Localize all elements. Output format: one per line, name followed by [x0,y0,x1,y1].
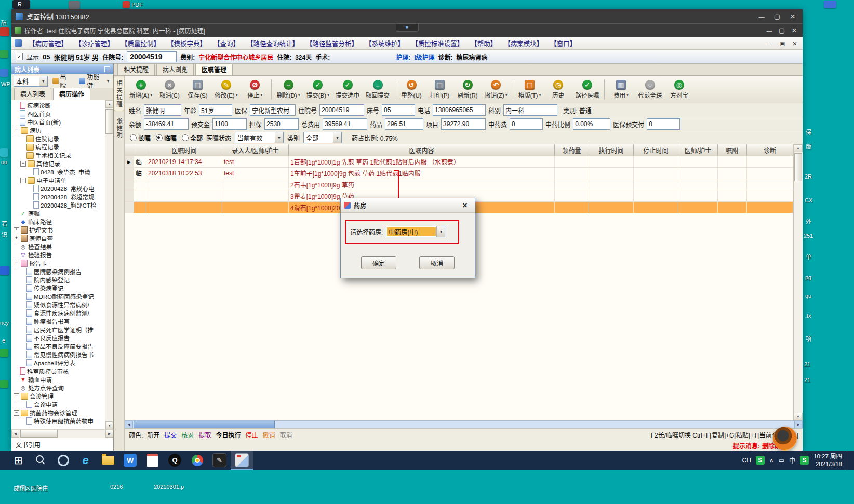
tree-item[interactable]: 疾病诊断 [11,101,105,110]
tree-item[interactable]: 中医首页(新) [11,118,105,126]
grid-horizontal-scrollbar[interactable] [125,420,803,428]
department-select[interactable]: 本科 [14,76,48,87]
tree-item[interactable]: ◎检查结果 [11,242,105,251]
dropdown-arrow-icon[interactable] [333,132,341,143]
grid-column-header[interactable]: 执行时间 [589,144,634,156]
related-reminder-vertical-tab[interactable]: 相关提醒 [114,77,124,111]
desktop-icon-label[interactable]: CX [805,197,812,203]
tree-horizontal-scrollbar[interactable] [11,429,113,438]
dropdown-arrow-icon[interactable]: ▾ [298,92,300,97]
tree-item[interactable]: ◎处方点评查询 [11,384,105,392]
desktop-icon[interactable] [0,349,8,357]
menu-item[interactable]: 【诊疗管理】 [71,38,117,48]
grid-column-header[interactable]: 嘱附 [718,144,747,156]
grid-column-header[interactable]: 领药量 [555,144,589,156]
field-input[interactable]: 20004519 [319,104,364,116]
desktop-icon-label[interactable]: .tx [805,312,811,319]
tree-item[interactable]: 科室质控员审核 [11,367,105,375]
radio-option[interactable]: 临嘱 [156,133,177,142]
tree-item[interactable]: 手术相关记录 [11,151,105,159]
show-desktop-button[interactable] [847,451,850,470]
toolbar-button[interactable]: ▤模版(T)▾ [516,79,544,100]
field-input[interactable]: 宁化新型农村 [250,104,296,116]
show-checkbox[interactable] [16,53,23,60]
tree-item[interactable]: 医院感染病例报告 [11,267,105,276]
toolbar-button[interactable]: ▤保存(S) [184,79,211,100]
desktop-icon-label[interactable]: 单 [806,252,811,261]
order-category-select[interactable]: 全部 [303,132,342,143]
tree-item[interactable]: 常见慢性病病例报告书 [11,350,105,359]
dropdown-arrow-icon[interactable]: ▾ [626,92,629,97]
scroll-left-icon[interactable] [125,421,133,428]
desktop-icon[interactable] [0,69,8,77]
field-input[interactable]: 39569.41 [323,118,367,130]
discharge-button[interactable]: 出院 [50,76,75,86]
tree-item[interactable]: −电子申请单 [11,176,105,184]
tree-item[interactable]: 20200428_彩超常规 [11,193,105,201]
admission-number-field[interactable]: 20004519 [127,51,177,62]
dropdown-arrow-icon[interactable]: ▾ [236,92,238,97]
tree-scrollbar[interactable] [105,100,113,429]
desktop-icon-label[interactable]: 威翔区医院住 [14,484,48,492]
start-button[interactable]: ⊞ [7,451,30,470]
grid-column-header[interactable] [134,144,146,156]
tree-item[interactable]: 食源性疾病病例监测/ [11,309,105,317]
tree-item[interactable]: 会诊申请 [11,400,105,408]
desktop-icon-label[interactable]: 醉 [1,19,7,27]
radio-option[interactable]: 全部 [182,133,203,142]
menu-item[interactable]: 【质量控制】 [117,38,164,48]
clock[interactable]: 10:27 周四 2021/3/18 [813,453,842,468]
desktop-icon-label[interactable]: 2R [805,173,812,180]
menu-item[interactable]: 【质控标准设置】 [408,38,467,48]
desktop-icon-label[interactable]: PDF [131,2,143,8]
tree-item[interactable]: 0428_余华杰_申请 [11,168,105,176]
document-reference-bar[interactable]: 文书引用 [11,438,113,451]
patient-vertical-tab[interactable]: 张健明 [114,115,124,142]
app-maximize-icon[interactable] [776,26,788,35]
qq-icon[interactable]: Q [164,451,186,470]
desktop-icon[interactable] [0,266,9,275]
scroll-thumb[interactable] [134,421,275,428]
app-minimize-icon[interactable] [763,26,776,35]
tree-expander-icon[interactable]: − [14,261,19,266]
order-row[interactable]: 2石韦[1g*1000]9g 草药 [125,179,793,190]
grid-column-header[interactable]: 医嘱时间 [146,144,222,156]
field-input[interactable]: -38469.41 [144,118,189,130]
field-input[interactable]: 51岁 [199,104,232,116]
sidebar-tab-0[interactable]: 病人列表 [14,88,51,100]
toolbar-button[interactable]: ▤打印(P) [426,79,453,100]
dropdown-arrow-icon[interactable] [436,226,445,237]
grid-column-header[interactable]: 医嘱内容 [289,144,555,156]
desktop-icon[interactable] [824,1,836,8]
desktop-icon-label[interactable]: e [2,337,5,344]
tree-item[interactable]: 特殊使用级抗菌药物申 [11,417,105,425]
grid-scrollbar[interactable] [793,144,803,420]
field-input[interactable]: 张健明 [144,104,181,116]
tree-item[interactable]: 西医首页 [11,110,105,118]
tray-chevron-icon[interactable]: ∧ [769,457,774,464]
toolbar-button[interactable]: ✓提交选中 [333,79,362,100]
scroll-thumb[interactable] [20,430,58,438]
toolbar-button[interactable]: ×取消(C) [156,79,183,100]
toolbar-button[interactable]: ↶撤销(Z)▾ [482,79,510,100]
tree-expander-icon[interactable]: − [20,178,26,183]
tree-expander-icon[interactable]: + [14,227,19,233]
grid-column-header[interactable] [125,144,134,156]
tree-item[interactable]: 居民死亡医学证明（推 [11,325,105,334]
toolbar-button[interactable]: Ø停止▾ [242,79,269,100]
scroll-right-icon[interactable] [105,430,113,438]
desktop-icon[interactable] [0,50,8,58]
ime-indicator[interactable]: 中 [789,456,795,465]
desktop-icon-label[interactable]: 若 [2,219,7,227]
sogou-icon[interactable]: S [756,456,765,465]
desktop-icon-label[interactable]: qu [805,293,811,299]
field-input[interactable]: 05 [382,104,415,116]
desktop-icon-label[interactable]: oo [1,159,7,165]
desktop-icon[interactable] [69,1,80,9]
desktop-icon-label[interactable]: 识 [2,230,7,238]
notes-icon[interactable]: ✎ [208,451,231,470]
field-input[interactable]: 39272.90 [441,118,486,130]
field-input[interactable]: 0.00% [573,118,610,130]
tree-item[interactable]: −报告卡 [11,259,105,267]
main-tab-0[interactable]: 相关提醒 [117,63,155,75]
